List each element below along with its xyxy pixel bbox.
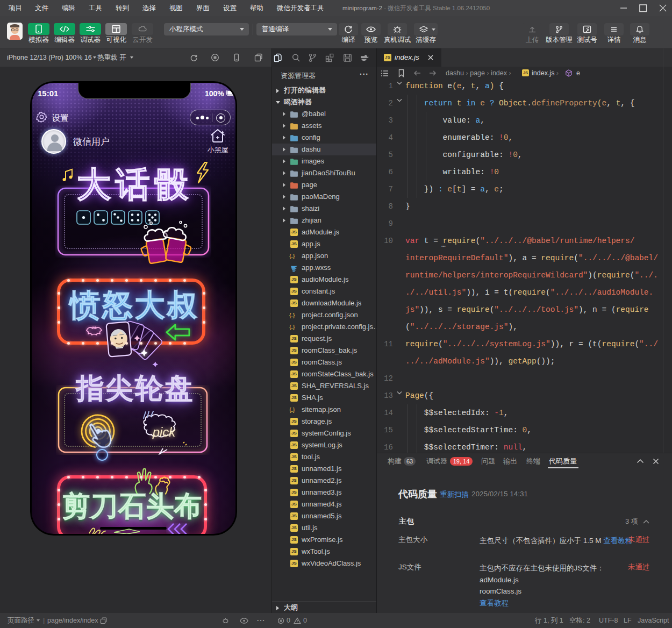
svg-text:pick: pick [152, 425, 177, 439]
